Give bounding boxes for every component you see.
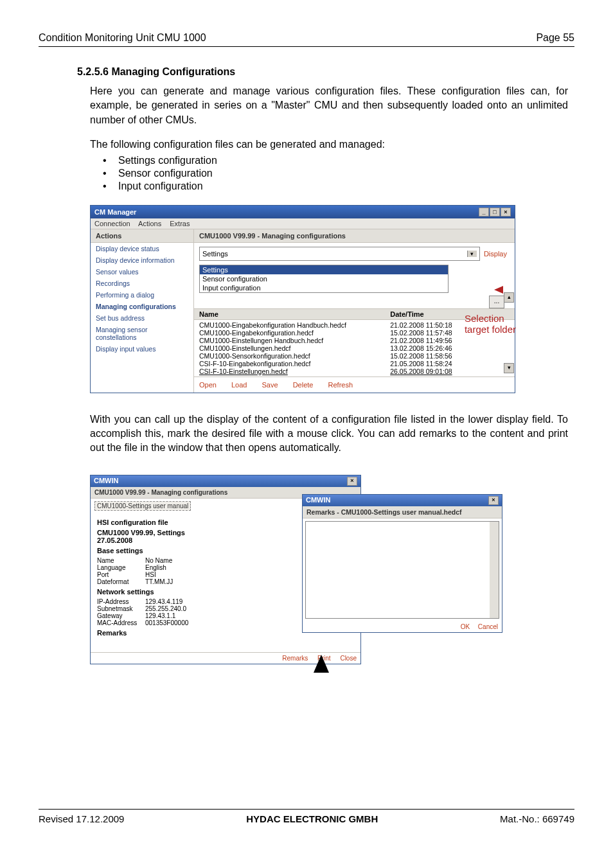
remarks-textarea[interactable] bbox=[305, 521, 499, 619]
sidebar-item-status[interactable]: Display device status bbox=[91, 243, 193, 254]
config-type-dropdown[interactable]: Settings ▾ bbox=[199, 247, 480, 261]
scroll-down-icon[interactable]: ▾ bbox=[504, 363, 514, 373]
bullet-3: Input configuration bbox=[118, 181, 203, 192]
dropdown-list[interactable]: Settings Sensor configuration Input conf… bbox=[199, 265, 449, 293]
refresh-button[interactable]: Refresh bbox=[328, 381, 353, 389]
page-header: Condition Monitoring Unit CMU 1000 Page … bbox=[39, 32, 574, 47]
cancel-button[interactable]: Cancel bbox=[478, 623, 498, 630]
file-date: 13.02.2008 15:26:46 bbox=[390, 344, 510, 352]
kv-key: Language bbox=[97, 564, 145, 571]
cmwin1-tab[interactable]: CMU1000-Settings user manual bbox=[94, 501, 191, 511]
file-name[interactable]: CMU1000-Einstellungen.hedcf bbox=[199, 344, 390, 352]
menu-extras[interactable]: Extras bbox=[170, 220, 190, 227]
close-icon[interactable]: × bbox=[501, 208, 511, 217]
file-name[interactable]: CMU1000-Sensorkonfiguration.hedcf bbox=[199, 352, 390, 360]
file-name[interactable]: CMU1000-Eingabekonfiguration Handbuch.he… bbox=[199, 321, 390, 329]
sidebar-item-bus-address[interactable]: Set bus address bbox=[91, 312, 193, 324]
sidebar-item-recordings[interactable]: Recordings bbox=[91, 278, 193, 289]
cmwin-remarks-window: CMWIN × Remarks - CMU1000-Settings user … bbox=[302, 494, 502, 633]
open-button[interactable]: Open bbox=[199, 381, 217, 389]
dropdown-option-settings[interactable]: Settings bbox=[200, 265, 448, 274]
kv-val: 255.255.240.0 bbox=[145, 605, 186, 612]
titlebar[interactable]: CM Manager _□× bbox=[91, 206, 515, 218]
kv-val: 129.43.4.119 bbox=[145, 598, 182, 605]
file-name[interactable]: CSI-F-10-Einstellungen.hedcf bbox=[199, 368, 390, 375]
page-footer: Revised 17.12.2009 HYDAC ELECTRONIC GMBH… bbox=[39, 809, 574, 824]
arrow-icon bbox=[314, 655, 329, 673]
menu-connection[interactable]: Connection bbox=[94, 220, 130, 227]
sidebar-item-input-values[interactable]: Display input values bbox=[91, 343, 193, 355]
sidebar-item-info[interactable]: Display device information bbox=[91, 254, 193, 266]
footer-matno: Mat.-No.: 669749 bbox=[500, 813, 574, 824]
kv-val: TT.MM.JJ bbox=[145, 578, 173, 585]
sidebar-heading: Actions bbox=[91, 229, 193, 243]
sidebar-item-managing-config[interactable]: Managing configurations bbox=[91, 301, 193, 312]
main-area: CMU1000 V99.99 - Managing configurations… bbox=[194, 229, 515, 393]
cmwin2-title: CMWIN bbox=[306, 496, 331, 505]
footer-revised: Revised 17.12.2009 bbox=[39, 813, 124, 824]
close-button[interactable]: Close bbox=[340, 655, 357, 662]
sidebar-item-sensor-constellations[interactable]: Managing sensor constellations bbox=[91, 324, 193, 343]
kv-key: Name bbox=[97, 557, 145, 564]
file-name[interactable]: CMU1000-Einstellungen Handbuch.hedcf bbox=[199, 337, 390, 344]
action-row: Open Load Save Delete Refresh bbox=[194, 376, 515, 393]
kv-key: Subnetmask bbox=[97, 605, 145, 612]
kv-key: Gateway bbox=[97, 612, 145, 619]
menubar[interactable]: Connection Actions Extras bbox=[91, 218, 515, 229]
kv-val: English bbox=[145, 564, 166, 571]
kv-key: MAC-Address bbox=[97, 619, 145, 626]
bullet-1: Settings configuration bbox=[118, 155, 217, 166]
file-name[interactable]: CMU1000-Eingabekonfiguration.hedcf bbox=[199, 329, 390, 337]
file-name[interactable]: CSI-F-10-Eingabekonfiguration.hedcf bbox=[199, 360, 390, 368]
browse-button[interactable]: ... bbox=[489, 296, 504, 308]
chevron-down-icon[interactable]: ▾ bbox=[467, 251, 477, 257]
kv-val: 001353F00000 bbox=[145, 619, 188, 626]
sidebar-item-sensor-values[interactable]: Sensor values bbox=[91, 266, 193, 278]
scrollbar[interactable] bbox=[490, 522, 499, 618]
file-date: 15.02.2008 11:57:48 bbox=[390, 329, 510, 337]
paragraph-1: Here you can generate and manage various… bbox=[90, 84, 568, 127]
cmwin2-buttons: OK Cancel bbox=[303, 621, 502, 632]
close-icon[interactable]: × bbox=[488, 496, 499, 505]
cmwin2-header: Remarks - CMU1000-Settings user manual.h… bbox=[303, 506, 502, 518]
delete-button[interactable]: Delete bbox=[293, 381, 314, 389]
paragraph-3: With you can call up the display of the … bbox=[90, 412, 568, 456]
maximize-icon[interactable]: □ bbox=[490, 208, 500, 217]
header-left: Condition Monitoring Unit CMU 1000 bbox=[39, 32, 206, 44]
paragraph-2: The following configuration files can be… bbox=[90, 137, 568, 152]
file-date: 21.02.2008 11:49:56 bbox=[390, 337, 510, 344]
kv-key: Port bbox=[97, 571, 145, 578]
sidebar: Actions Display device status Display de… bbox=[91, 229, 194, 393]
file-date: 26.05.2008 09:01:08 bbox=[390, 368, 510, 375]
scroll-up-icon[interactable]: ▴ bbox=[504, 292, 514, 303]
dropdown-option-sensor[interactable]: Sensor configuration bbox=[200, 274, 448, 283]
col-name: Name bbox=[199, 310, 390, 318]
bullet-list: •Settings configuration •Sensor configur… bbox=[103, 155, 574, 192]
kv-val: 129.43.1.1 bbox=[145, 612, 175, 619]
save-button[interactable]: Save bbox=[262, 381, 278, 389]
close-icon[interactable]: × bbox=[347, 477, 357, 486]
kv-val: HSI bbox=[145, 571, 156, 578]
load-button[interactable]: Load bbox=[231, 381, 247, 389]
bullet-2: Sensor configuration bbox=[118, 168, 213, 179]
cm-manager-window: CM Manager _□× Connection Actions Extras… bbox=[90, 205, 515, 393]
section-heading: 5.2.5.6 Managing Configurations bbox=[77, 66, 574, 78]
header-right: Page 55 bbox=[536, 32, 574, 44]
kv-val: No Name bbox=[145, 557, 172, 564]
file-date: 21.02.2008 11:50:18 bbox=[390, 321, 510, 329]
ok-button[interactable]: OK bbox=[461, 623, 470, 630]
sidebar-item-dialog[interactable]: Performing a dialog bbox=[91, 289, 193, 301]
file-date: 15.02.2008 11:58:56 bbox=[390, 352, 510, 360]
remarks-button[interactable]: Remarks bbox=[282, 655, 308, 662]
file-list[interactable]: CMU1000-Eingabekonfiguration Handbuch.he… bbox=[194, 320, 515, 376]
menu-actions[interactable]: Actions bbox=[138, 220, 161, 227]
cmwin1-titlebar[interactable]: CMWIN × bbox=[91, 475, 360, 487]
window-controls[interactable]: _□× bbox=[478, 208, 511, 217]
display-button[interactable]: Display bbox=[484, 250, 510, 258]
dropdown-option-input[interactable]: Input configuration bbox=[200, 283, 448, 292]
kv-key: Dateformat bbox=[97, 578, 145, 585]
file-date: 21.05.2008 11:58:24 bbox=[390, 360, 510, 368]
minimize-icon[interactable]: _ bbox=[479, 208, 489, 217]
cmwin2-titlebar[interactable]: CMWIN × bbox=[303, 495, 502, 506]
kv-key: IP-Address bbox=[97, 598, 145, 605]
